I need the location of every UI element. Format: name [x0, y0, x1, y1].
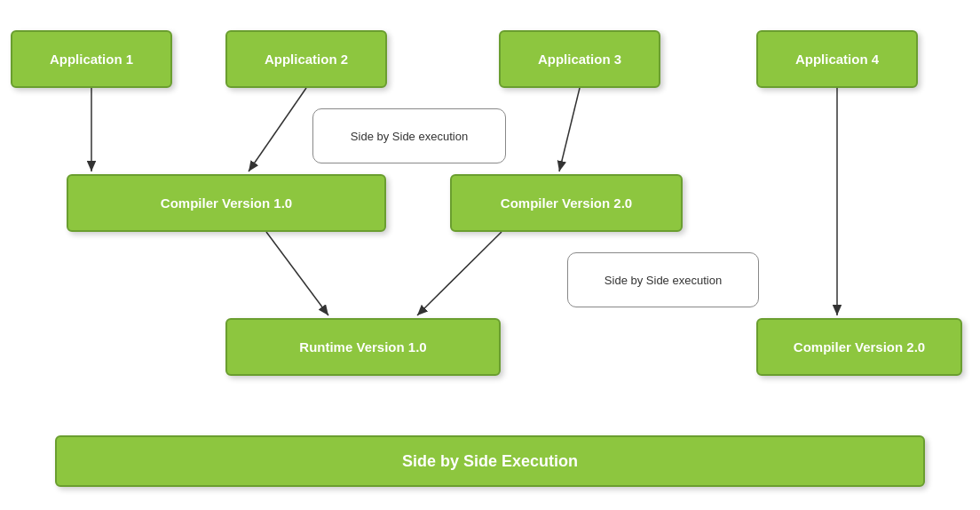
compiler2-top-label: Compiler Version 2.0: [501, 195, 632, 211]
app2-box: Application 2: [225, 30, 387, 88]
svg-line-5: [417, 232, 502, 315]
compiler1-label: Compiler Version 1.0: [161, 195, 292, 211]
app4-box: Application 4: [756, 30, 918, 88]
sbs2-label: Side by Side execution: [605, 274, 722, 287]
app3-box: Application 3: [499, 30, 660, 88]
svg-line-1: [249, 88, 306, 171]
compiler2-top-box: Compiler Version 2.0: [450, 174, 683, 232]
sbs1-label: Side by Side execution: [351, 130, 468, 143]
svg-line-2: [559, 88, 580, 171]
app3-label: Application 3: [538, 52, 621, 67]
diagram-container: Application 1 Application 2 Application …: [0, 0, 980, 510]
compiler2-bottom-label: Compiler Version 2.0: [794, 339, 925, 355]
app4-label: Application 4: [795, 52, 879, 67]
app1-box: Application 1: [11, 30, 172, 88]
app1-label: Application 1: [50, 52, 133, 67]
app2-label: Application 2: [265, 52, 348, 67]
sbs1-box: Side by Side execution: [312, 108, 506, 163]
bottom-box: Side by Side Execution: [55, 435, 925, 487]
bottom-label: Side by Side Execution: [402, 452, 578, 471]
compiler2-bottom-box: Compiler Version 2.0: [756, 318, 962, 376]
runtime1-label: Runtime Version 1.0: [299, 339, 426, 355]
svg-line-4: [266, 232, 328, 315]
sbs2-box: Side by Side execution: [567, 252, 759, 307]
compiler1-box: Compiler Version 1.0: [67, 174, 386, 232]
runtime1-box: Runtime Version 1.0: [225, 318, 501, 376]
